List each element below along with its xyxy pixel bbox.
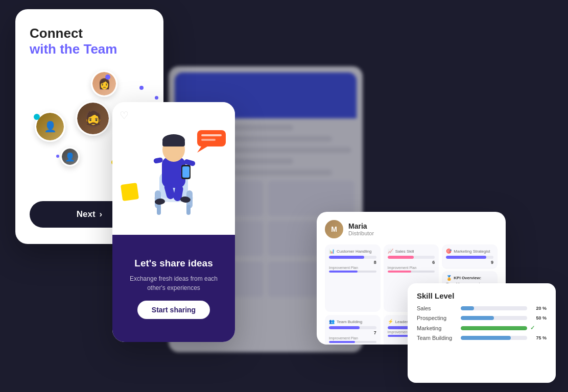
next-arrow: ›	[100, 209, 103, 219]
skill-name-marketing: Marketing	[417, 325, 458, 331]
skill-row-prospecting: Prospecting 50 %	[417, 315, 547, 321]
skill-level-card: Skill Level Sales 20 % Prospecting 50 % …	[408, 283, 556, 383]
svg-rect-17	[182, 166, 190, 178]
heart-icon: ♡	[120, 109, 129, 121]
svg-rect-20	[201, 134, 222, 136]
avatar: 👩	[91, 70, 117, 97]
skill-pct-team-building: 75 %	[530, 335, 547, 340]
skill-pct-prospecting: 50 %	[530, 315, 547, 321]
speech-bubble-icon	[197, 130, 228, 155]
profile-header: M Maria Distributor	[325, 220, 498, 238]
skill-customer-handling: 📊 Customer Handling 8 Improvement Plan	[325, 244, 381, 312]
svg-rect-10	[153, 157, 163, 163]
profile-name: Maria	[348, 222, 374, 230]
skill-name-team-building: Team Building	[417, 335, 458, 341]
skill-level-title: Skill Level	[417, 291, 547, 300]
skill-pct-sales: 20 %	[530, 306, 547, 311]
skill-name-prospecting: Prospecting	[417, 315, 458, 321]
svg-rect-21	[201, 139, 216, 141]
start-sharing-button[interactable]: Start sharing	[137, 301, 210, 319]
avatar: 🧔	[76, 101, 110, 136]
share-ideas-heading: Let's share ideas	[134, 258, 212, 269]
share-card-illustration: ♡	[112, 102, 235, 235]
svg-rect-9	[162, 140, 185, 146]
share-card-content: Let's share ideas Exchange fresh ideas f…	[112, 235, 235, 342]
profile-avatar: M	[325, 220, 343, 238]
skill-marketing: 🎯 Marketing Strategist 9	[442, 244, 498, 269]
connect-title: Connect with the Team	[30, 26, 149, 57]
decor-dot	[155, 96, 158, 100]
share-ideas-card: ♡	[112, 102, 235, 342]
skill-row-marketing: Marketing ✓	[417, 325, 547, 331]
sticky-note	[121, 183, 139, 201]
svg-marker-19	[197, 146, 207, 153]
skill-team-building: 👥 Team Building 7 Improvement Plan	[325, 315, 381, 345]
decor-dot	[56, 155, 59, 158]
svg-rect-5	[186, 205, 191, 215]
skill-row-sales: Sales 20 %	[417, 305, 547, 311]
skill-row-team-building: Team Building 75 %	[417, 335, 547, 341]
avatar: 👤	[60, 147, 80, 166]
next-label: Next	[77, 209, 96, 219]
share-ideas-description: Exchange fresh ideas from each other's e…	[125, 274, 223, 292]
skill-name-sales: Sales	[417, 305, 458, 311]
decor-dot	[139, 86, 144, 90]
svg-rect-4	[157, 205, 161, 215]
profile-role: Distributor	[348, 230, 374, 236]
skill-check-marketing: ✓	[530, 325, 547, 331]
svg-rect-18	[197, 130, 226, 146]
